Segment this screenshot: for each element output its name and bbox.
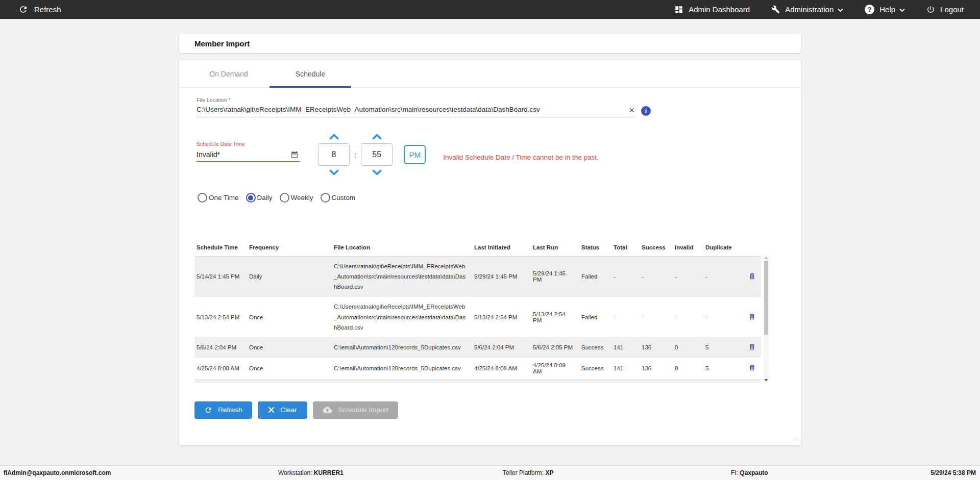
footer-workstation-value: KURRER1 (314, 469, 344, 476)
file-location-input[interactable]: C:\Users\ratnak\git\eReceipts\IMM_ERecei… (197, 106, 635, 117)
col-status: Status (579, 241, 611, 257)
power-icon (926, 5, 935, 14)
cell-frequency: Once (247, 297, 332, 337)
navbar-refresh-button[interactable]: Refresh (18, 5, 61, 14)
radio-custom-label: Custom (332, 194, 356, 201)
radio-weekly[interactable]: Weekly (280, 193, 313, 203)
action-buttons-row: Refresh Clear Schedule Import (194, 401, 801, 419)
tab-on-demand[interactable]: On Demand (188, 60, 270, 87)
radio-one-time[interactable]: One Time (198, 193, 239, 203)
radio-weekly-label: Weekly (291, 194, 313, 201)
radio-custom[interactable]: Custom (321, 193, 356, 203)
schedule-datetime-row: Schedule Date Time Invalid* 8 : (197, 133, 786, 176)
col-invalid: Invalid (673, 241, 703, 257)
file-location-field: File Location * C:\Users\ratnak\git\eRec… (197, 97, 786, 117)
schedule-date-input[interactable]: Invalid* (197, 147, 300, 162)
hour-increment-button[interactable] (326, 133, 342, 141)
radio-circle-icon (280, 193, 289, 203)
top-navbar: Refresh Admin Dashboard Administration ?… (0, 0, 980, 19)
col-last-run: Last Run (531, 241, 579, 257)
navbar-admin-dashboard[interactable]: Admin Dashboard (674, 5, 750, 14)
chevron-down-icon (899, 8, 905, 12)
delete-schedule-button[interactable] (748, 342, 756, 351)
schedule-table-area: Schedule Time Frequency File Location La… (194, 241, 761, 383)
clear-input-icon[interactable]: × (629, 107, 635, 113)
minute-increment-button[interactable] (369, 133, 385, 141)
minute-decrement-button[interactable] (369, 168, 385, 176)
meridiem-toggle-button[interactable]: PM (404, 145, 426, 164)
cell-last-run: 5/6/24 2:05 PM (531, 337, 579, 357)
cell-schedule-time: 5/13/24 2:54 PM (194, 297, 247, 337)
tab-on-demand-label: On Demand (209, 70, 248, 78)
frequency-radio-group: One Time Daily Weekly Custom (198, 193, 786, 203)
schedule-date-label: Schedule Date Time (197, 141, 300, 147)
tab-bar: On Demand Schedule (179, 60, 801, 88)
refresh-button-label: Refresh (218, 406, 242, 414)
hour-decrement-button[interactable] (326, 168, 342, 176)
navbar-logout-button[interactable]: Logout (926, 5, 964, 14)
cell-total: 141 (611, 357, 640, 379)
schedule-date-value: Invalid* (197, 150, 220, 159)
scrollbar-thumb[interactable] (764, 261, 768, 335)
table-header-row: Schedule Time Frequency File Location La… (194, 241, 761, 257)
cell-status: Success (579, 357, 611, 379)
col-last-initiated: Last Initiated (472, 241, 531, 257)
navbar-administration-menu[interactable]: Administration (771, 5, 843, 14)
footer-datetime: 5/29/24 5:38 PM (930, 469, 976, 476)
cell-file-location: C:\email\Automation\120records_5Dupicate… (332, 357, 472, 379)
schedule-import-button[interactable]: Schedule Import (313, 401, 398, 419)
scrollbar-down-arrow-icon[interactable] (764, 379, 768, 382)
delete-schedule-button[interactable] (748, 363, 756, 372)
clear-button[interactable]: Clear (258, 401, 307, 419)
delete-schedule-button[interactable] (748, 312, 756, 321)
cell-status: Failed (579, 257, 611, 297)
page-title: Member Import (194, 39, 250, 48)
cell-schedule-time: 5/14/24 1:45 PM (194, 257, 247, 297)
hour-input[interactable]: 8 (318, 143, 350, 166)
cell-duplicate: - (703, 297, 743, 337)
cell-file-location: C:\email\Automation\120records_5Dupicate… (332, 337, 472, 357)
radio-daily-label: Daily (257, 194, 273, 201)
cell-file-location: C:\Users\ratnak\git\eReceipts\IMM_ERecei… (332, 297, 472, 337)
calendar-icon[interactable] (290, 150, 299, 159)
cell-total: - (611, 297, 640, 337)
schedule-import-button-label: Schedule Import (338, 406, 388, 414)
scrollbar-up-arrow-icon[interactable] (764, 257, 768, 259)
delete-schedule-button[interactable] (748, 272, 756, 281)
refresh-button[interactable]: Refresh (194, 401, 252, 419)
radio-daily[interactable]: Daily (246, 193, 273, 203)
navbar-help-menu[interactable]: ? Help (865, 5, 905, 14)
cell-last-initiated: 5/29/24 1:45 PM (472, 257, 531, 297)
info-icon[interactable]: i (641, 106, 651, 116)
cloud-upload-icon (323, 406, 332, 414)
radio-circle-icon (198, 193, 207, 203)
cell-invalid: 0 (673, 357, 703, 379)
cell-success: 136 (640, 337, 673, 357)
col-duplicate: Duplicate (703, 241, 743, 257)
cell-last-initiated: 5/13/24 2:54 PM (472, 297, 531, 337)
radio-circle-icon (321, 193, 330, 203)
navbar-admin-dashboard-label: Admin Dashboard (689, 5, 750, 14)
cell-last-initiated: 4/25/24 8:08 AM (472, 357, 531, 379)
radio-circle-icon (246, 193, 256, 203)
page-title-card: Member Import (179, 34, 801, 53)
table-scrollbar[interactable] (764, 255, 769, 383)
member-import-panel: On Demand Schedule File Location * C:\Us… (179, 60, 801, 445)
minute-input[interactable]: 55 (361, 143, 393, 166)
cell-last-run: 4/25/24 8:09 AM (531, 357, 579, 379)
col-schedule-time: Schedule Time (194, 241, 247, 257)
footer-fi-value: Qaxpauto (740, 469, 768, 476)
cell-duplicate: - (703, 257, 743, 297)
schedule-table: Schedule Time Frequency File Location La… (194, 241, 761, 380)
tab-schedule[interactable]: Schedule (270, 60, 351, 87)
time-colon: : (354, 150, 356, 159)
footer-user: fiAdmin@qaxpauto.onmicrosoft.com (4, 469, 111, 476)
cell-file-location: C:\Users\ratnak\git\eReceipts\IMM_ERecei… (332, 257, 472, 297)
table-row: 4/25/24 8:08 AM Once C:\email\Automation… (194, 357, 761, 379)
cell-duplicate: 5 (703, 337, 743, 357)
col-file-location: File Location (332, 241, 472, 257)
cell-schedule-time: 5/6/24 2:04 PM (194, 337, 247, 357)
wrench-icon (771, 5, 780, 14)
navbar-refresh-label: Refresh (34, 5, 61, 14)
cell-frequency: Once (247, 337, 332, 357)
